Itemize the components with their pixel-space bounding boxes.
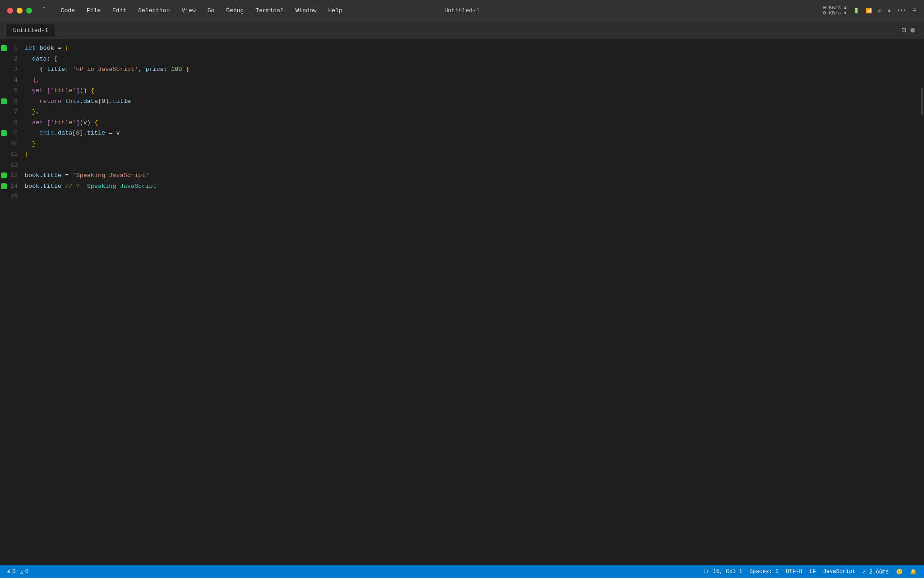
wifi-icon: 📶 [866, 8, 872, 14]
code-line-10: } [25, 139, 918, 149]
encoding[interactable]: UTF-8 [786, 569, 802, 575]
token-white [43, 119, 47, 126]
token-number: 100 [171, 66, 182, 73]
breakpoint-9[interactable] [1, 130, 7, 136]
breakpoint-6[interactable] [1, 98, 7, 104]
tab-untitled-1[interactable]: Untitled-1 [5, 24, 56, 37]
title-bar:  Code File Edit Selection View Go Debug… [0, 0, 924, 21]
token-bracket2: ] [76, 119, 79, 126]
line-number-11: 11 [0, 149, 25, 160]
title-bar-left:  Code File Edit Selection View Go Debug… [7, 5, 344, 15]
token-white [43, 66, 47, 73]
code-line-11: } [25, 149, 918, 160]
token-white [36, 45, 39, 51]
title-bar-right: 0 KB/s ▲0 KB/s ▼ 🔋 📶 ◎ ◆ ••• ☰ [823, 5, 917, 16]
token-kw-return: return [39, 98, 61, 105]
token-white: = [61, 172, 72, 179]
menu-view[interactable]: View [180, 6, 197, 15]
menu-go[interactable]: Go [206, 6, 217, 15]
menu-code[interactable]: Code [59, 6, 77, 15]
code-line-6: return this.data[0].title [25, 96, 918, 107]
split-editor-icon[interactable]: ⊟ [901, 26, 906, 35]
token-string: 'FP in JavaScript' [72, 66, 138, 73]
token-property: title [87, 130, 106, 136]
minimize-button[interactable] [17, 8, 23, 14]
window-title: Untitled-1 [444, 7, 480, 14]
menu-selection[interactable]: Selection [136, 6, 171, 15]
error-count[interactable]: ⊗ 0 △ 0 [7, 569, 28, 575]
editor[interactable]: 123456789101112131415 let book = { data:… [0, 39, 924, 565]
token-kw-let: let [25, 45, 36, 51]
close-button[interactable] [7, 8, 13, 14]
menu-window[interactable]: Window [294, 6, 319, 15]
token-white: , [36, 77, 39, 84]
scrollbar[interactable] [918, 43, 924, 562]
dot-indicator [910, 28, 915, 33]
network-status: 0 KB/s ▲0 KB/s ▼ [823, 5, 847, 16]
menu-debug[interactable]: Debug [224, 6, 245, 15]
token-white: : [65, 66, 72, 73]
exec-time: ✓ 2.66ms [863, 569, 889, 575]
token-string: 'title' [51, 119, 76, 126]
code-area: 123456789101112131415 let book = { data:… [0, 39, 924, 565]
code-column[interactable]: let book = { data: [ { title: 'FP in Jav… [25, 43, 918, 562]
token-bracket2: [ [47, 87, 51, 94]
maximize-button[interactable] [26, 8, 32, 14]
token-bracket: { [91, 87, 94, 94]
token-bracket: } [32, 108, 36, 115]
warning-icon: △ [20, 569, 23, 575]
apple-menu[interactable]:  [41, 5, 49, 15]
token-white: , [36, 108, 39, 115]
token-comment: // ? [65, 183, 79, 190]
code-line-2: data: [ [25, 54, 918, 65]
line-number-15: 15 [0, 191, 25, 202]
token-white: . [54, 130, 58, 136]
token-white: = v [105, 130, 120, 136]
menu-help[interactable]: Help [327, 6, 344, 15]
indentation[interactable]: Spaces: 2 [749, 569, 779, 575]
code-line-3: { title: 'FP in JavaScript', price: 100 … [25, 64, 918, 75]
token-bracket2: ] [32, 77, 36, 84]
cursor-position[interactable]: Ln 15, Col 1 [703, 569, 742, 575]
scrollbar-thumb[interactable] [921, 88, 923, 115]
traffic-lights [7, 8, 32, 14]
menu-edit[interactable]: Edit [111, 6, 128, 15]
breakpoint-13[interactable] [1, 172, 7, 178]
token-white: , [138, 66, 145, 73]
token-white: . [80, 98, 83, 105]
line-number-10: 10 [0, 139, 25, 149]
code-line-8: set ['title'](v) { [25, 117, 918, 128]
code-line-5: get ['title']() { [25, 85, 918, 96]
menu-bar:  Code File Edit Selection View Go Debug… [41, 5, 344, 15]
token-var-name: book [39, 45, 54, 51]
language-mode[interactable]: JavaScript [823, 569, 855, 575]
code-line-7: }, [25, 107, 918, 117]
token-kw-set: set [32, 119, 43, 126]
token-bracket2: ] [76, 87, 79, 94]
bell-icon[interactable]: 🔔 [910, 569, 917, 575]
menu-terminal[interactable]: Terminal [254, 6, 285, 15]
token-bracket2: [ [54, 56, 58, 62]
token-kw-get: get [32, 87, 43, 94]
token-property: title [112, 98, 131, 105]
line-number-3: 3 [0, 64, 25, 75]
line-ending[interactable]: LF [809, 569, 816, 575]
smiley-icon[interactable]: 🙂 [896, 569, 903, 575]
token-white [61, 183, 65, 190]
token-white: [0]. [98, 98, 112, 105]
line-number-6: 6 [0, 96, 25, 107]
token-white: (v) [80, 119, 94, 126]
line-numbers: 123456789101112131415 [0, 43, 25, 562]
line-number-1: 1 [0, 43, 25, 54]
token-bracket: } [25, 151, 28, 158]
menu-file[interactable]: File [85, 6, 102, 15]
breakpoint-1[interactable] [1, 45, 7, 51]
code-line-1: let book = { [25, 43, 918, 54]
token-bracket: } [186, 66, 189, 73]
token-book-var: book [25, 172, 39, 179]
token-kw-this: this [39, 130, 54, 136]
token-white: : [164, 66, 171, 73]
breakpoint-14[interactable] [1, 183, 7, 189]
token-white [25, 98, 39, 105]
token-white: . [39, 172, 43, 179]
